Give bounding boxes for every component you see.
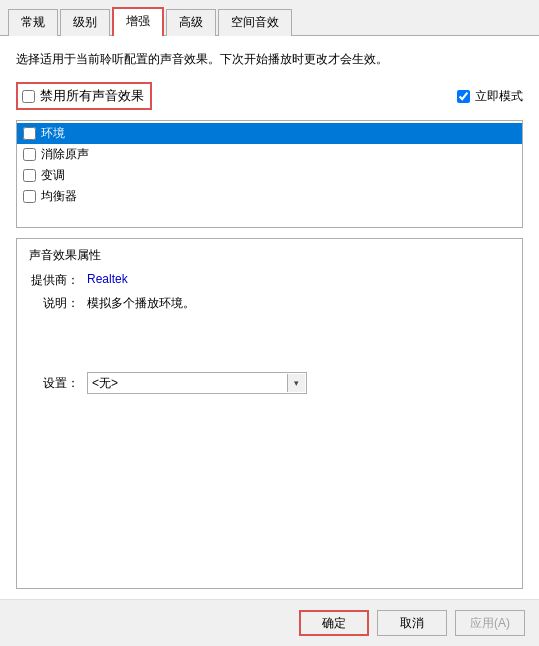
tab-enhance[interactable]: 增强 (112, 7, 164, 36)
tab-bar: 常规 级别 增强 高级 空间音效 (0, 0, 539, 36)
effect-item-environment[interactable]: 环境 (17, 123, 522, 144)
effect-item-noise-cancel[interactable]: 消除原声 (17, 144, 522, 165)
properties-box: 声音效果属性 提供商： Realtek 说明： 模拟多个播放环境。 设置： <无… (16, 238, 523, 589)
effect-item-equalizer[interactable]: 均衡器 (17, 186, 522, 207)
window: 常规 级别 增强 高级 空间音效 选择适用于当前聆听配置的声音效果。下次开始播放… (0, 0, 539, 646)
tab-spatial[interactable]: 空间音效 (218, 9, 292, 36)
effect-checkbox-equalizer[interactable] (23, 190, 36, 203)
effect-checkbox-pitch[interactable] (23, 169, 36, 182)
footer: 确定 取消 应用(A) (0, 599, 539, 646)
settings-label: 设置： (29, 375, 79, 392)
effect-item-pitch[interactable]: 变调 (17, 165, 522, 186)
effects-list-container: 环境 消除原声 变调 均衡器 (16, 120, 523, 228)
instant-mode-label[interactable]: 立即模式 (457, 88, 523, 105)
settings-select-wrapper: <无> ▾ (87, 372, 307, 394)
description-text: 选择适用于当前聆听配置的声音效果。下次开始播放时更改才会生效。 (16, 50, 523, 68)
effect-checkbox-environment[interactable] (23, 127, 36, 140)
provider-label: 提供商： (29, 272, 79, 289)
disable-row: 禁用所有声音效果 立即模式 (16, 82, 523, 110)
tab-advanced[interactable]: 高级 (166, 9, 216, 36)
settings-select[interactable]: <无> (87, 372, 307, 394)
settings-row: 设置： <无> ▾ (29, 372, 510, 394)
effect-checkbox-noise-cancel[interactable] (23, 148, 36, 161)
instant-mode-checkbox[interactable] (457, 90, 470, 103)
disable-effects-label[interactable]: 禁用所有声音效果 (16, 82, 152, 110)
properties-title: 声音效果属性 (29, 247, 510, 264)
desc-label: 说明： (29, 295, 79, 312)
apply-button[interactable]: 应用(A) (455, 610, 525, 636)
desc-value: 模拟多个播放环境。 (87, 295, 195, 312)
effects-list[interactable]: 环境 消除原声 变调 均衡器 (17, 121, 522, 227)
disable-effects-checkbox[interactable] (22, 90, 35, 103)
provider-row: 提供商： Realtek (29, 272, 510, 289)
ok-button[interactable]: 确定 (299, 610, 369, 636)
main-content: 选择适用于当前聆听配置的声音效果。下次开始播放时更改才会生效。 禁用所有声音效果… (0, 36, 539, 599)
tab-level[interactable]: 级别 (60, 9, 110, 36)
description-row: 说明： 模拟多个播放环境。 (29, 295, 510, 312)
tab-normal[interactable]: 常规 (8, 9, 58, 36)
cancel-button[interactable]: 取消 (377, 610, 447, 636)
provider-value: Realtek (87, 272, 128, 286)
